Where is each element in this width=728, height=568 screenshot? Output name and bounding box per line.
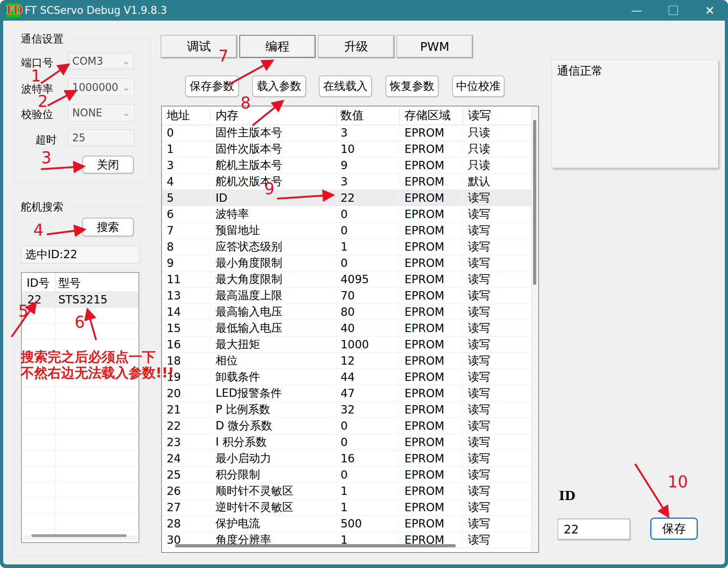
col-storage-area: 存储区域 (400, 106, 463, 125)
table-row[interactable]: 26 顺时针不灵敏区 1 EPROM 读写 (162, 483, 532, 499)
memory-table-header: 地址 内存 数值 存储区域 读写 (162, 106, 532, 125)
memory-table-vscrollbar[interactable] (531, 106, 538, 552)
servo-list-header-divider (55, 273, 56, 291)
table-row[interactable]: 0 固件主版本号 3 EPROM 只读 (162, 125, 532, 141)
close-button[interactable]: ✕ (697, 0, 722, 21)
table-row[interactable]: 19 卸载条件 44 EPROM 读写 (162, 369, 532, 385)
id-input[interactable]: 22 (558, 519, 630, 539)
cell-read-write: 读写 (463, 532, 532, 547)
annotation-number-1: 1 (31, 67, 41, 85)
cell-read-write: 只读 (463, 158, 532, 173)
memory-table[interactable]: 地址 内存 数值 存储区域 读写 0 固件主版本号 3 EPROM 只读 1 固… (161, 106, 539, 553)
save-params-button[interactable]: 保存参数 (185, 75, 239, 97)
tab-upgrade[interactable]: 升级 (318, 35, 394, 58)
comm-settings-group: 端口号 COM3 ⌄ 波特率 1000000 ⌄ 校验位 NONE ⌄ 超时 2… (14, 38, 151, 183)
cell-memory: 保护电流 (210, 516, 337, 531)
restore-params-button[interactable]: 恢复参数 (385, 75, 439, 97)
cell-storage-area: EPROM (400, 255, 463, 271)
table-row[interactable]: 11 最大角度限制 4095 EPROM 读写 (162, 271, 532, 288)
cell-address: 7 (162, 222, 210, 238)
table-row[interactable]: 27 逆时针不灵敏区 1 EPROM 读写 (162, 499, 532, 516)
cell-address: 11 (162, 271, 210, 287)
memory-table-hscroll-thumb[interactable] (175, 544, 456, 547)
col-value: 数值 (337, 106, 400, 125)
table-row[interactable]: 3 舵机主版本号 9 EPROM 只读 (162, 157, 532, 174)
servo-list-hscroll-thumb[interactable] (31, 534, 127, 537)
cell-read-write: 默认 (463, 174, 532, 189)
table-row[interactable]: 9 最小角度限制 0 EPROM 读写 (162, 255, 532, 271)
cell-storage-area: EPROM (400, 157, 463, 173)
servo-list-hscrollbar[interactable] (23, 535, 137, 540)
online-load-button[interactable]: 在线载入 (319, 75, 372, 97)
cell-storage-area: EPROM (400, 402, 463, 417)
cell-address: 15 (162, 320, 210, 336)
table-row[interactable]: 1 固件次版本号 10 EPROM 只读 (162, 141, 532, 157)
timeout-input[interactable]: 25 (68, 129, 135, 146)
save-button[interactable]: 保存 (650, 518, 698, 540)
table-row[interactable]: 7 预留地址 0 EPROM 读写 (162, 222, 532, 239)
table-row[interactable]: 4 舵机次版本号 3 EPROM 默认 (162, 174, 532, 190)
cell-value: 0 (337, 255, 400, 271)
cell-read-write: 读写 (463, 451, 532, 466)
cell-value: 0 (337, 206, 400, 222)
table-row[interactable]: 23 I 积分系数 0 EPROM 读写 (162, 434, 532, 450)
port-select[interactable]: COM3 ⌄ (68, 52, 135, 70)
annotation-number-8: 8 (241, 94, 250, 112)
annotation-number-7: 7 (218, 47, 228, 65)
status-panel: 通信正常 (552, 60, 718, 168)
cell-storage-area: EPROM (400, 222, 463, 238)
table-row[interactable]: 15 最低输入电压 40 EPROM 读写 (162, 320, 532, 336)
cell-address: 21 (162, 402, 210, 417)
table-row[interactable]: 25 积分限制 0 EPROM 读写 (162, 467, 532, 483)
cell-storage-area: EPROM (400, 450, 463, 466)
memory-table-vscroll-thumb[interactable] (533, 120, 536, 285)
close-port-button[interactable]: 关闭 (82, 156, 134, 174)
table-row[interactable]: 28 保护电流 500 EPROM 读写 (162, 516, 532, 532)
table-row[interactable]: 13 最高温度上限 70 EPROM 读写 (162, 288, 532, 304)
tab-programming[interactable]: 编程 (239, 35, 316, 58)
cell-value: 22 (337, 190, 400, 206)
title-bar[interactable]: FD FT SCServo Debug V1.9.8.3 — ✕ (0, 0, 728, 21)
table-row[interactable]: 5 ID 22 EPROM 读写 (162, 190, 532, 206)
table-row[interactable]: 14 最高输入电压 80 EPROM 读写 (162, 304, 532, 320)
cell-read-write: 读写 (463, 207, 532, 222)
table-row[interactable]: 21 P 比例系数 32 EPROM 读写 (162, 402, 532, 418)
cell-value: 16 (337, 450, 400, 466)
table-row[interactable]: 8 应答状态级别 1 EPROM 读写 (162, 239, 532, 255)
cell-memory: 最高温度上限 (210, 288, 337, 303)
cell-storage-area: EPROM (400, 174, 463, 189)
cell-value: 500 (337, 516, 400, 531)
maximize-button[interactable] (661, 0, 686, 21)
table-row[interactable]: 24 最小启动力 16 EPROM 读写 (162, 450, 532, 467)
cell-memory: 逆时针不灵敏区 (210, 499, 337, 515)
minimize-button[interactable]: — (624, 0, 649, 21)
tab-pwm[interactable]: PWM (397, 35, 473, 58)
cell-address: 1 (162, 141, 210, 157)
parity-select[interactable]: NONE ⌄ (68, 104, 135, 122)
chevron-down-icon: ⌄ (122, 107, 130, 118)
servo-list-rows: 22 STS3215 (22, 291, 139, 308)
app-window: FD FT SCServo Debug V1.9.8.3 — ✕ 端口号 COM… (0, 0, 728, 568)
table-row[interactable]: 6 波特率 0 EPROM 读写 (162, 206, 532, 222)
cell-storage-area: EPROM (400, 467, 463, 483)
cell-value: 0 (337, 434, 400, 450)
cell-storage-area: EPROM (400, 483, 463, 499)
id-label: ID (559, 489, 575, 503)
list-item[interactable]: 22 STS3215 (22, 291, 139, 308)
load-params-button[interactable]: 载入参数 (252, 75, 306, 97)
servo-list-col-model: 型号 (58, 276, 81, 291)
table-row[interactable]: 16 最大扭矩 1000 EPROM 读写 (162, 336, 532, 353)
servo-list-col-id: ID号 (27, 276, 50, 291)
cell-address: 26 (162, 483, 210, 499)
cell-storage-area: EPROM (400, 288, 463, 303)
cell-read-write: 读写 (463, 369, 532, 384)
search-button[interactable]: 搜索 (82, 218, 134, 236)
cell-address: 25 (162, 467, 210, 483)
center-calibration-button[interactable]: 中位校准 (452, 75, 505, 97)
cell-address: 9 (162, 255, 210, 271)
cell-address: 13 (162, 288, 210, 303)
baud-select[interactable]: 1000000 ⌄ (68, 78, 135, 96)
table-row[interactable]: 18 相位 12 EPROM 读写 (162, 353, 532, 369)
table-row[interactable]: 22 D 微分系数 0 EPROM 读写 (162, 418, 532, 434)
table-row[interactable]: 20 LED报警条件 47 EPROM 读写 (162, 385, 532, 402)
